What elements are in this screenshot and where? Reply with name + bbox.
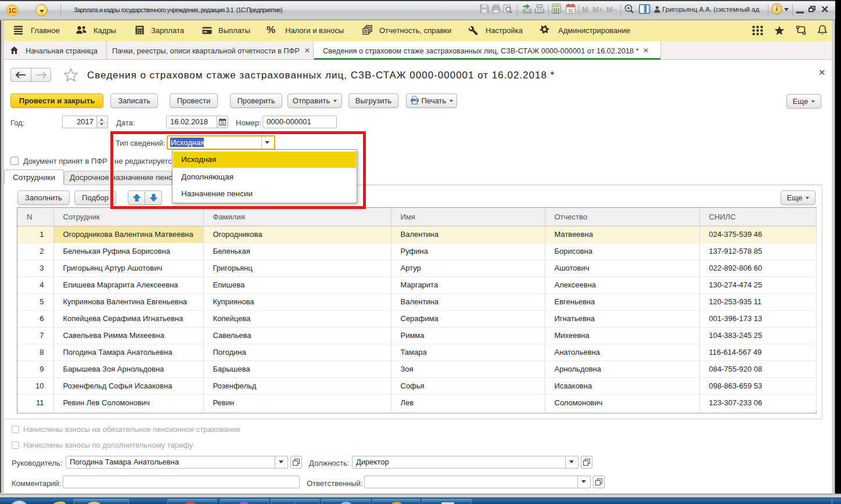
svg-text:31: 31: [568, 8, 573, 13]
svg-text:31: 31: [220, 121, 225, 125]
